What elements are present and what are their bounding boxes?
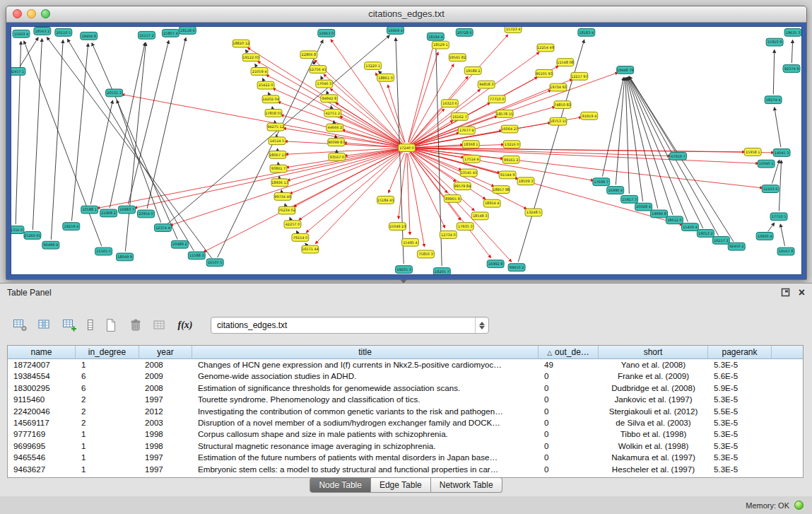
close-window-button[interactable] (13, 9, 22, 18)
graph-node[interactable]: 19205 3 (396, 266, 413, 274)
graph-node[interactable]: 18529 1 (432, 41, 449, 49)
graph-node[interactable]: 18957 98 (493, 186, 510, 194)
graph-node[interactable]: 19404 8 (81, 32, 98, 40)
graph-node[interactable]: 99734 40 (274, 192, 291, 200)
minimize-window-button[interactable] (27, 9, 36, 18)
graph-node[interactable]: 18118 6 (179, 27, 196, 34)
graph-node[interactable]: 11548 08 (557, 59, 574, 66)
graph-node[interactable]: 22806 8 (300, 51, 317, 59)
graph-node[interactable]: 12374 4 (154, 224, 171, 232)
graph-node[interactable]: 91919 4 (581, 112, 598, 119)
graph-node[interactable]: 99161 2 (502, 156, 519, 163)
float-panel-icon[interactable] (781, 288, 790, 297)
graph-node[interactable]: 17677 4 (458, 127, 475, 134)
table-row[interactable]: 19384554 6 2009 Genome-wide association … (8, 370, 803, 382)
import-table-button[interactable] (151, 317, 170, 334)
graph-node[interactable]: 18861 0 (377, 74, 394, 81)
graph-node[interactable]: 12756 41 (310, 66, 326, 74)
graph-node[interactable]: 15603 4 (13, 30, 30, 37)
graph-node[interactable]: 99450 2 (508, 264, 525, 271)
graph-node[interactable]: 18954 4 (483, 199, 500, 207)
graph-node[interactable]: 13248 5 (525, 209, 542, 216)
graph-node[interactable]: 92450 2 (728, 243, 745, 250)
graph-node[interactable]: 10930 4 (756, 233, 773, 240)
graph-node[interactable]: 94275 12 (267, 123, 284, 131)
graph-node[interactable]: 17240 0 (399, 144, 416, 152)
graph-node[interactable]: 16990 4 (607, 187, 624, 194)
graph-node[interactable]: 17514 4 (463, 155, 480, 163)
graph-node[interactable]: 93861 7 (270, 165, 287, 173)
tab-edge-table[interactable]: Edge Table (371, 477, 431, 493)
graph-node[interactable]: 94942 8 (321, 95, 338, 103)
graph-node[interactable]: 14202 04 (262, 95, 279, 103)
graph-node[interactable]: 18820 12 (233, 40, 249, 47)
network-canvas[interactable]: 17240 015603 418563 220110 519404 816157… (11, 26, 802, 275)
graph-node[interactable]: 20531 3 (106, 89, 123, 97)
graph-node[interactable]: 15723 4 (505, 27, 522, 33)
graph-node[interactable]: 21059 4 (251, 68, 268, 76)
graph-node[interactable]: 19259 4 (63, 223, 80, 230)
graph-node[interactable]: 20110 5 (55, 28, 72, 36)
graph-node[interactable]: 42257 0 (284, 221, 301, 228)
graph-node[interactable]: 18612 0 (666, 216, 683, 224)
graph-node[interactable]: 92457 1 (11, 68, 25, 76)
graph-node[interactable]: 74850 83 (554, 101, 571, 109)
graph-node[interactable]: 15049 23 (389, 223, 406, 230)
graph-node[interactable]: 25807 4 (162, 29, 179, 37)
graph-node[interactable]: 18183 4 (578, 28, 595, 36)
zoom-window-button[interactable] (41, 9, 50, 18)
show-columns-button[interactable] (36, 317, 54, 334)
graph-node[interactable]: 67919 7 (670, 152, 687, 160)
graph-node[interactable]: 15958 1 (744, 148, 761, 156)
graph-node[interactable]: 75850 3 (417, 250, 434, 258)
graph-node[interactable]: 18753 15 (550, 117, 567, 125)
network-graph[interactable]: 17240 015603 418563 220110 519404 816157… (11, 27, 801, 274)
graph-node[interactable]: 11316 0 (11, 226, 24, 234)
column-header-title[interactable]: title (192, 346, 539, 359)
network-table-selector[interactable]: citations_edges.txt (211, 317, 489, 334)
new-row-button[interactable] (102, 317, 120, 334)
row-options-button[interactable] (86, 317, 95, 334)
graph-node[interactable]: 15917 3 (621, 195, 638, 203)
graph-node[interactable]: 19565 82 (449, 54, 466, 62)
graph-node[interactable]: 16983 7 (119, 206, 136, 214)
graph-node[interactable]: 16969 4 (387, 27, 404, 34)
graph-node[interactable]: 99579 84 (454, 182, 471, 190)
graph-node[interactable]: 14514 5 (269, 137, 286, 145)
graph-node[interactable]: 76234 02 (278, 206, 295, 214)
graph-node[interactable]: 92374 9 (783, 65, 800, 73)
table-row[interactable]: 9777169 1 1998 Corpus callosum shape and… (8, 428, 803, 440)
graph-node[interactable]: 44666 2 (326, 124, 343, 132)
graph-node[interactable]: 19635 3 (784, 28, 801, 36)
table-row[interactable]: 18300295 6 2008 Estimation of significan… (8, 382, 803, 394)
graph-node[interactable]: 16157 2 (712, 236, 729, 244)
graph-node[interactable]: 19589 2 (464, 67, 481, 75)
graph-node[interactable]: 17046 3 (316, 80, 333, 88)
graph-node[interactable]: 15495 4 (402, 238, 419, 246)
graph-node[interactable]: 28067 13 (269, 151, 286, 158)
graph-node[interactable]: 16064 27 (501, 125, 518, 133)
column-header-pagerank[interactable]: pagerank (708, 346, 772, 359)
graph-node[interactable]: 15184 45 (377, 196, 394, 204)
graph-node[interactable]: 18274 4 (765, 96, 782, 104)
graph-node[interactable]: 19448 79 (617, 66, 634, 74)
graph-node[interactable]: 12734 0 (440, 231, 457, 239)
graph-node[interactable]: 17699 7 (593, 178, 610, 186)
graph-node[interactable]: 20028 4 (635, 203, 652, 211)
graph-node[interactable]: 12103 6 (762, 185, 779, 193)
graph-node[interactable]: 16571 44 (302, 245, 319, 253)
graph-node[interactable]: 12254 49 (537, 44, 554, 52)
graph-node[interactable]: 90499 4 (42, 241, 59, 249)
close-panel-icon[interactable]: × (799, 288, 805, 298)
graph-node[interactable]: 18205 7 (433, 268, 450, 274)
column-header-year[interactable]: year (139, 346, 192, 359)
table-row[interactable]: 14569117 2 2003 Disruption of a novel me… (8, 417, 803, 428)
graph-node[interactable]: 17935 3 (457, 223, 473, 230)
column-header-in-degree[interactable]: in_degree (76, 346, 139, 359)
graph-node[interactable]: 79154 0 (292, 233, 309, 241)
delete-button[interactable] (126, 317, 145, 334)
graph-node[interactable]: 15450 4 (681, 223, 698, 231)
graph-node[interactable]: 25260 65 (24, 232, 41, 240)
graph-node[interactable]: 19122 05 (242, 54, 259, 62)
graph-node[interactable]: 18936 13 (271, 179, 288, 187)
